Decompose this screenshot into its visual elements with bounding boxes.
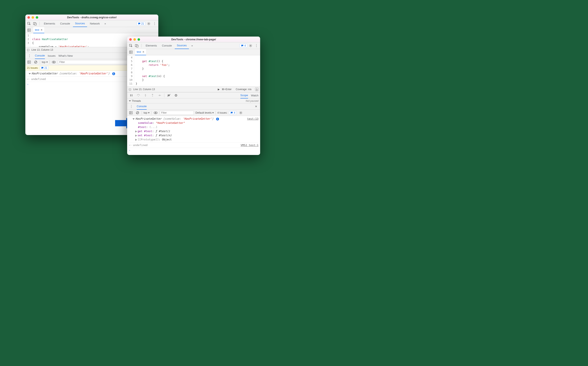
console-object-row[interactable]: HasPrivateGetter {someValue: 'HasPrivate… [129,117,259,121]
tab-console[interactable]: Console [160,42,174,49]
navigator-toggle-icon[interactable] [128,50,133,55]
issues-bar-label: 21 Issues: [27,67,38,69]
watch-tab[interactable]: Watch [251,92,259,99]
file-tabs: test ✕ [127,49,260,55]
separator [164,93,164,97]
drawer-tab-console[interactable]: Console [35,53,45,59]
close-window-button[interactable] [27,16,30,19]
device-toolbar-icon[interactable] [32,21,37,26]
expand-icon[interactable] [129,100,131,102]
step-over-icon[interactable] [136,93,141,98]
console-settings-icon[interactable] [238,110,243,115]
titlebar[interactable]: DevTools - chrome://new-tab-page/ [127,37,260,42]
tab-sources[interactable]: Sources [73,20,87,27]
drawer-menu-icon[interactable]: ⋮ [27,53,32,58]
pause-icon[interactable] [129,93,134,98]
source-link[interactable]: test:13 [247,117,259,121]
zoom-window-button[interactable] [137,38,140,41]
issues-inline-chip[interactable]: 4 [229,111,237,115]
settings-icon[interactable] [248,43,253,48]
issues-chip[interactable]: 4 [240,44,247,48]
titlebar[interactable]: DevTools - drafts.csswg.org/css-color/ [25,15,158,20]
step-into-icon[interactable] [143,93,148,98]
deactivate-breakpoints-icon[interactable] [167,93,171,98]
console-sidebar-toggle-icon[interactable] [128,110,133,115]
log-levels-selector[interactable]: Default levels ▾ [196,111,214,114]
info-icon[interactable]: i [112,72,115,75]
traffic-lights [27,16,38,19]
issues-inline-label: 4 Issues: [217,111,227,114]
svg-point-22 [145,96,146,97]
drawer-tab-whatsnew[interactable]: What's New [58,53,73,59]
issues-bar-chip[interactable]: 21 [40,66,49,70]
device-toolbar-icon[interactable] [134,43,139,48]
clear-console-icon[interactable] [33,60,38,65]
svg-rect-19 [130,94,131,96]
clear-console-icon[interactable] [135,110,140,115]
live-expression-icon[interactable] [153,110,158,115]
kebab-icon[interactable]: ⋮ [254,43,259,48]
close-drawer-icon[interactable]: ✕ [253,104,259,109]
close-tab-icon[interactable]: ✕ [40,29,43,31]
output-marker-icon: <· [27,77,30,81]
drawer-menu-icon[interactable]: ⋮ [129,104,134,109]
close-window-button[interactable] [129,38,132,41]
cursor-position: Line 13, Column 13 [31,48,53,51]
tab-elements[interactable]: Elements [144,42,159,49]
pause-exceptions-icon[interactable] [174,93,178,98]
code-content: class HasPrivateGetter { someValue = 'Ha… [31,33,91,47]
issues-chip[interactable]: 21 [137,22,145,26]
kebab-icon[interactable]: ⋮ [152,21,157,26]
filter-input[interactable] [160,111,194,115]
object-property-row[interactable]: get #test: ƒ #test() [129,129,259,133]
inspect-icon[interactable] [27,21,31,26]
tab-sources[interactable]: Sources [175,42,189,49]
more-tabs-icon[interactable]: » [103,21,108,26]
source-link[interactable]: VM52 test:1 [241,143,259,147]
step-icon[interactable] [157,93,162,98]
tab-network[interactable]: Network [88,20,102,27]
tab-console[interactable]: Console [58,20,72,27]
live-expression-icon[interactable] [51,60,56,65]
collapse-panel-icon[interactable] [255,88,259,91]
threads-section[interactable]: Threads Not paused [127,99,260,103]
svg-rect-27 [175,95,176,96]
expand-icon[interactable] [29,73,31,74]
console-sidebar-toggle-icon[interactable] [27,60,31,65]
minimize-window-button[interactable] [133,38,136,41]
object-property-row[interactable]: someValue: "HasPrivateGetter" [129,121,259,125]
zoom-window-button[interactable] [36,16,38,19]
tab-elements[interactable]: Elements [42,20,57,27]
navigator-toggle-icon[interactable] [27,28,31,33]
object-property-row[interactable]: [[Prototype]]: Object [129,137,259,142]
scope-tab[interactable]: Scope [240,92,248,99]
expand-icon[interactable] [133,118,135,120]
console-output[interactable]: HasPrivateGetter {someValue: 'HasPrivate… [127,116,260,153]
drawer-tab-console[interactable]: Console [137,103,147,110]
expand-icon[interactable] [136,130,137,132]
run-snippet-icon[interactable]: ▶ [218,88,220,91]
console-prompt-row[interactable]: › [129,148,259,152]
info-icon[interactable]: i [216,118,219,121]
context-selector[interactable]: top ▾ [144,111,150,114]
inspect-icon[interactable] [128,43,133,48]
close-tab-icon[interactable]: ✕ [142,51,145,53]
more-tabs-icon[interactable]: » [190,43,195,48]
file-tab[interactable]: test ✕ [33,27,44,33]
step-out-icon[interactable] [150,93,155,98]
file-tab[interactable]: test ✕ [135,49,146,55]
context-selector[interactable]: top ▾ [42,61,48,64]
drawer-tab-issues[interactable]: Issues [48,53,56,59]
code-editor[interactable]: 4 5 6 7 8 9 10 11 get #test() { return '… [127,55,260,86]
expand-icon[interactable] [136,135,137,137]
prompt-icon: › [129,149,130,152]
pretty-print-icon[interactable]: { } [129,88,131,91]
expand-icon[interactable] [136,139,137,141]
object-property-row[interactable]: #test: (...) [129,125,259,129]
svg-point-23 [152,96,153,97]
pretty-print-icon[interactable]: { } [27,48,29,51]
separator [40,60,40,64]
minimize-window-button[interactable] [31,16,34,19]
settings-icon[interactable] [146,21,151,26]
object-property-row[interactable]: set #test: ƒ #test(n) [129,133,259,137]
